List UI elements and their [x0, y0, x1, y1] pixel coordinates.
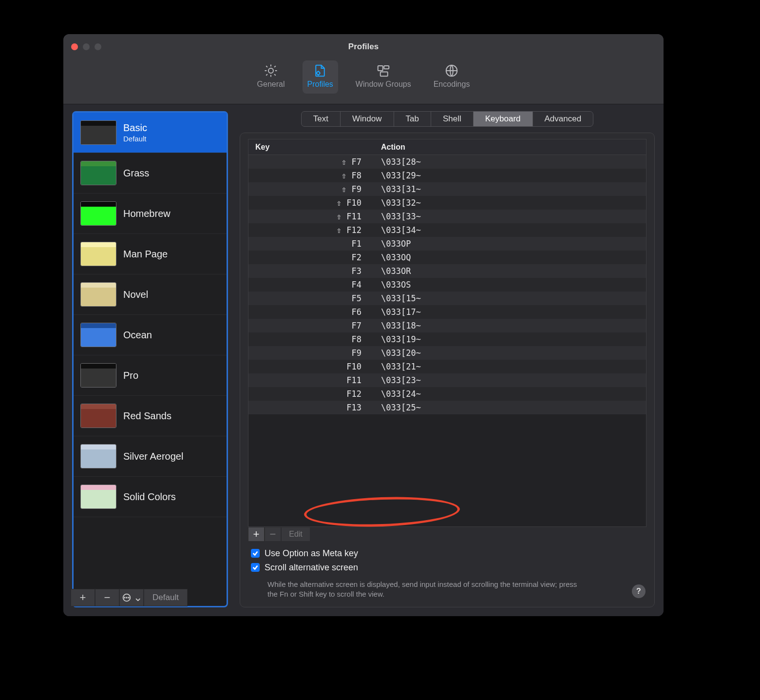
cell-key: F5	[248, 293, 370, 303]
profile-thumbnail	[80, 363, 116, 388]
cell-key: F8	[248, 334, 370, 344]
cell-key: F2	[248, 253, 370, 262]
cell-action: \033[24~	[370, 389, 646, 399]
table-row[interactable]: ⇧ F7\033[28~	[248, 155, 646, 169]
edit-key-binding-button: Edit	[281, 527, 310, 542]
cell-key: F11	[248, 375, 370, 385]
help-button[interactable]: ?	[632, 584, 646, 598]
preferences-window: Profiles GeneralProfilesWindow GroupsEnc…	[63, 34, 664, 616]
cell-key: ⇧ F12	[248, 225, 370, 235]
table-row[interactable]: F12\033[24~	[248, 387, 646, 401]
cell-action: \033OP	[370, 239, 646, 249]
keyboard-panel: Key Action ⇧ F7\033[28~⇧ F8\033[29~⇧ F9\…	[240, 133, 655, 607]
cell-action: \033[17~	[370, 307, 646, 317]
profile-thumbnail	[80, 201, 116, 226]
add-profile-button[interactable]: +	[71, 589, 95, 606]
scroll-alternative-screen-checkbox[interactable]: Scroll alternative screen	[251, 563, 646, 573]
profile-name: Ocean	[123, 330, 152, 341]
use-option-as-meta-checkbox[interactable]: Use Option as Meta key	[251, 548, 646, 559]
profile-item-grass[interactable]: Grass	[74, 153, 227, 194]
set-default-button[interactable]: Default	[144, 589, 188, 606]
main-panel: TextWindowTabShellKeyboardAdvanced Key A…	[240, 111, 655, 607]
svg-rect-3	[384, 66, 389, 69]
remove-key-binding-button: −	[265, 527, 281, 542]
svg-point-8	[124, 597, 125, 598]
toolbar-encodings[interactable]: Encodings	[429, 60, 475, 94]
profile-item-man-page[interactable]: Man Page	[74, 234, 227, 274]
table-row[interactable]: F2\033OQ	[248, 251, 646, 264]
cell-key: ⇧ F7	[248, 157, 370, 167]
table-row[interactable]: F10\033[21~	[248, 360, 646, 373]
table-row[interactable]: F4\033OS	[248, 278, 646, 292]
table-row[interactable]: F9\033[20~	[248, 346, 646, 360]
table-row[interactable]: F8\033[19~	[248, 332, 646, 346]
profile-item-solid-colors[interactable]: Solid Colors	[74, 477, 227, 517]
tab-keyboard[interactable]: Keyboard	[474, 112, 533, 126]
toolbar-profiles[interactable]: Profiles	[303, 60, 338, 94]
profile-thumbnail	[80, 323, 116, 347]
cell-action: \033[21~	[370, 362, 646, 371]
cell-key: ⇧ F10	[248, 198, 370, 208]
svg-point-0	[268, 68, 273, 73]
profile-actions-menu[interactable]: ⌄	[119, 589, 144, 606]
profiles-sidebar: BasicDefaultGrassHomebrewMan PageNovelOc…	[72, 111, 228, 607]
cell-action: \033[34~	[370, 225, 646, 235]
cell-key: F4	[248, 280, 370, 290]
window-title: Profiles	[63, 42, 664, 52]
profile-thumbnail	[80, 120, 116, 145]
svg-point-7	[126, 597, 127, 598]
cell-key: F1	[248, 239, 370, 249]
profile-name: Homebrew	[123, 208, 171, 219]
profile-item-pro[interactable]: Pro	[74, 355, 227, 396]
profile-item-novel[interactable]: Novel	[74, 274, 227, 315]
tab-advanced[interactable]: Advanced	[533, 112, 593, 126]
content-area: BasicDefaultGrassHomebrewMan PageNovelOc…	[63, 104, 664, 616]
profile-thumbnail	[80, 161, 116, 185]
toolbar-general[interactable]: General	[252, 60, 290, 94]
cell-action: \033[20~	[370, 348, 646, 358]
scroll-alternative-screen-label: Scroll alternative screen	[265, 563, 358, 573]
cell-action: \033[19~	[370, 334, 646, 344]
table-row[interactable]: F1\033OP	[248, 237, 646, 251]
svg-point-9	[128, 597, 129, 598]
table-row[interactable]: F5\033[15~	[248, 292, 646, 305]
use-option-as-meta-label: Use Option as Meta key	[265, 548, 358, 559]
svg-rect-2	[378, 66, 383, 71]
add-key-binding-button[interactable]: +	[248, 527, 265, 542]
titlebar: Profiles	[63, 34, 664, 59]
scroll-alt-hint: While the alternative screen is displaye…	[267, 580, 589, 600]
table-row[interactable]: F3\033OR	[248, 264, 646, 278]
profile-item-silver-aerogel[interactable]: Silver Aerogel	[74, 436, 227, 477]
cell-key: F6	[248, 307, 370, 317]
toolbar-window-groups[interactable]: Window Groups	[351, 60, 416, 94]
tab-shell[interactable]: Shell	[431, 112, 474, 126]
tab-tab[interactable]: Tab	[394, 112, 431, 126]
profile-item-basic[interactable]: BasicDefault	[74, 113, 227, 153]
profile-name: Grass	[123, 168, 149, 179]
column-header-key[interactable]: Key	[248, 143, 370, 152]
remove-profile-button[interactable]: −	[95, 589, 119, 606]
profiles-list[interactable]: BasicDefaultGrassHomebrewMan PageNovelOc…	[74, 113, 227, 606]
profile-item-red-sands[interactable]: Red Sands	[74, 396, 227, 436]
table-row[interactable]: ⇧ F9\033[31~	[248, 182, 646, 196]
cell-key: F10	[248, 362, 370, 371]
table-row[interactable]: ⇧ F10\033[32~	[248, 196, 646, 210]
profile-name: Novel	[123, 289, 148, 300]
tab-window[interactable]: Window	[341, 112, 394, 126]
table-row[interactable]: ⇧ F12\033[34~	[248, 223, 646, 237]
profile-thumbnail	[80, 444, 116, 468]
profile-name: Basic	[123, 122, 147, 134]
table-row[interactable]: F11\033[23~	[248, 373, 646, 387]
column-header-action[interactable]: Action	[370, 143, 646, 152]
table-row[interactable]: F7\033[18~	[248, 319, 646, 332]
table-row[interactable]: ⇧ F8\033[29~	[248, 169, 646, 182]
key-bindings-table[interactable]: Key Action ⇧ F7\033[28~⇧ F8\033[29~⇧ F9\…	[248, 139, 646, 527]
profile-item-homebrew[interactable]: Homebrew	[74, 194, 227, 234]
table-row[interactable]: ⇧ F11\033[33~	[248, 210, 646, 223]
tab-text[interactable]: Text	[302, 112, 341, 126]
profile-item-ocean[interactable]: Ocean	[74, 315, 227, 355]
profile-name: Red Sands	[123, 410, 171, 422]
cell-key: ⇧ F11	[248, 212, 370, 221]
table-row[interactable]: F6\033[17~	[248, 305, 646, 319]
table-row[interactable]: F13\033[25~	[248, 401, 646, 414]
